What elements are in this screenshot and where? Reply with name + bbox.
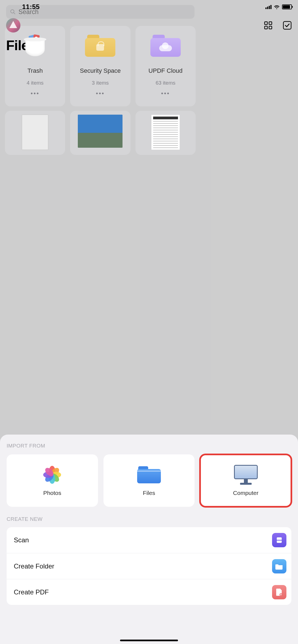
search-icon (10, 9, 16, 15)
status-time: 11:55 (22, 3, 40, 11)
dim-overlay (0, 0, 201, 433)
photo-thumb (78, 115, 123, 148)
status-bar: 11:55 (0, 0, 201, 14)
svg-line-6 (14, 13, 15, 14)
document-thumb (151, 115, 180, 150)
avatar[interactable] (6, 18, 20, 33)
